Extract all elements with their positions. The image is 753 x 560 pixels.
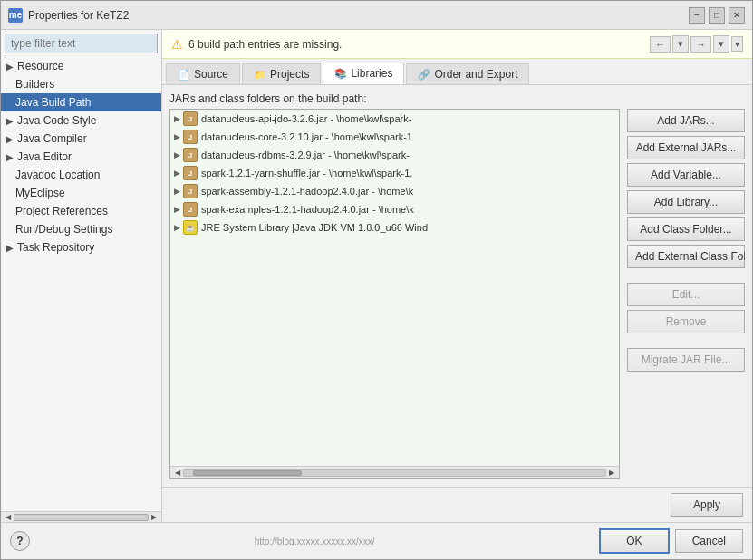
lib-hscrollbar: ◀ ▶ [170,466,619,478]
apply-bar: Apply [162,487,752,522]
add-external-jars-button[interactable]: Add External JARs... [627,136,745,159]
add-library-button[interactable]: Add Library... [627,190,745,214]
hscroll-right-icon[interactable]: ▶ [606,468,617,478]
warning-bar: ⚠ 6 build path entries are missing. ← ▾ … [162,30,752,59]
tab-source[interactable]: 📄 Source [166,63,240,84]
minimize-button[interactable]: − [689,7,705,24]
tab-projects[interactable]: 📁 Projects [242,63,321,84]
sidebar-item-label: MyEclipse [15,187,65,199]
nav-back-dropdown[interactable]: ▾ [672,35,689,53]
jar-icon: J [183,202,198,217]
list-item[interactable]: ▶ J spark-examples-1.2.1-hadoop2.4.0.jar… [170,200,619,218]
nav-menu-button[interactable]: ▾ [731,36,743,52]
projects-tab-icon: 📁 [254,69,266,81]
sidebar-item-java-build-path[interactable]: Java Build Path [1,93,161,111]
nav-back-button[interactable]: ← [650,36,671,53]
sidebar-item-label: Project References [15,205,108,217]
close-button[interactable]: ✕ [729,7,745,24]
lib-list-container: ▶ J datanucleus-api-jdo-3.2.6.jar - \hom… [169,109,620,479]
edit-button[interactable]: Edit... [627,283,745,306]
sidebar-item-builders[interactable]: Builders [1,75,161,93]
arrow-icon: ▶ [6,134,14,144]
tab-libraries-label: Libraries [351,67,392,80]
sidebar-list: ▶ Resource Builders Java Build Path ▶ Ja… [1,57,161,511]
nav-forward-dropdown[interactable]: ▾ [713,35,729,53]
lib-expand-icon: ▶ [174,114,180,123]
sidebar-item-javadoc-location[interactable]: Javadoc Location [1,166,161,184]
list-item[interactable]: ▶ J datanucleus-core-3.2.10.jar - \home\… [170,128,619,146]
jar-icon: J [183,166,198,180]
jar-icon: J [183,184,198,198]
hscroll-thumb[interactable] [193,470,302,476]
lib-expand-icon: ▶ [174,205,180,214]
list-item[interactable]: ▶ J datanucleus-rdbms-3.2.9.jar - \home\… [170,146,619,164]
sidebar-item-task-repository[interactable]: ▶ Task Repository [1,238,161,256]
sidebar-item-label: Java Build Path [15,96,91,109]
migrate-jar-button[interactable]: Migrate JAR File... [627,348,745,372]
cancel-button[interactable]: Cancel [675,529,743,553]
sidebar: ▶ Resource Builders Java Build Path ▶ Ja… [1,30,162,522]
sidebar-hscroll-track[interactable] [14,514,149,521]
jar-icon: J [183,111,198,126]
warning-icon: ⚠ [171,37,183,52]
libraries-tab-icon: 📚 [334,68,347,80]
arrow-icon: ▶ [6,152,14,162]
order-export-tab-icon: 🔗 [418,69,430,81]
nav-arrows: ← ▾ → ▾ ▾ [650,35,743,53]
sidebar-item-resource[interactable]: ▶ Resource [1,57,161,75]
lib-expand-icon: ▶ [174,187,180,196]
sidebar-item-run-debug[interactable]: Run/Debug Settings [1,220,161,238]
maximize-button[interactable]: □ [709,7,725,24]
filter-input[interactable] [5,34,158,53]
sidebar-item-java-editor[interactable]: ▶ Java Editor [1,148,161,166]
sidebar-item-label: Builders [15,78,54,91]
sidebar-item-label: Java Code Style [17,114,96,127]
add-external-class-folder-button[interactable]: Add External Class Folder... [627,245,745,268]
buttons-column: Add JARs... Add External JARs... Add Var… [627,109,745,479]
lib-expand-icon: ▶ [174,169,180,178]
button-spacer [627,272,745,279]
add-variable-button[interactable]: Add Variable... [627,163,745,187]
tabs-bar: 📄 Source 📁 Projects 📚 Libraries 🔗 Order … [162,59,752,85]
list-item[interactable]: ▶ ☕ JRE System Library [Java JDK VM 1.8.… [170,218,619,237]
list-item[interactable]: ▶ J datanucleus-api-jdo-3.2.6.jar - \hom… [170,110,619,128]
tab-projects-label: Projects [270,68,309,81]
nav-forward-button[interactable]: → [690,36,711,53]
source-tab-icon: 📄 [178,69,190,81]
sidebar-item-java-compiler[interactable]: ▶ Java Compiler [1,130,161,148]
list-item[interactable]: ▶ J spark-1.2.1-yarn-shuffle.jar - \home… [170,164,619,182]
titlebar-controls: − □ ✕ [689,7,745,24]
tab-order-export[interactable]: 🔗 Order and Export [406,63,529,84]
sidebar-item-label: Java Editor [17,150,72,163]
jar-icon: J [183,148,198,162]
scroll-right-icon[interactable]: ▶ [149,512,159,523]
lib-item-text: spark-examples-1.2.1-hadoop2.4.0.jar - \… [201,204,414,215]
sidebar-item-label: Run/Debug Settings [15,223,112,236]
scroll-left-icon[interactable]: ◀ [3,512,14,523]
help-button[interactable]: ? [10,531,30,551]
footer-url: http://blog.xxxxx.xxxxx.xx/xxx/ [255,536,375,546]
libraries-area: ▶ J datanucleus-api-jdo-3.2.6.jar - \hom… [169,109,745,479]
tab-order-export-label: Order and Export [434,68,517,81]
window-icon: me [8,8,23,23]
sidebar-item-myeclipse[interactable]: MyEclipse [1,184,161,202]
hscroll-track[interactable] [183,469,606,477]
hscroll-left-icon[interactable]: ◀ [172,468,183,478]
window-title: Properties for KeTZ2 [28,9,689,22]
jar-icon: J [183,130,198,144]
sidebar-item-java-code-style[interactable]: ▶ Java Code Style [1,111,161,130]
tab-libraries[interactable]: 📚 Libraries [323,63,404,84]
add-jars-button[interactable]: Add JARs... [627,109,745,132]
properties-window: me Properties for KeTZ2 − □ ✕ ▶ Resource… [0,0,753,560]
remove-button[interactable]: Remove [627,310,745,333]
list-item[interactable]: ▶ J spark-assembly-1.2.1-hadoop2.4.0.jar… [170,182,619,200]
ok-button[interactable]: OK [599,528,669,554]
arrow-icon: ▶ [6,62,14,72]
lib-expand-icon: ▶ [174,223,180,232]
apply-button[interactable]: Apply [671,493,743,517]
arrow-icon: ▶ [6,116,14,126]
lib-item-text: datanucleus-rdbms-3.2.9.jar - \home\kwl\… [201,150,410,160]
lib-list: ▶ J datanucleus-api-jdo-3.2.6.jar - \hom… [170,110,619,466]
add-class-folder-button[interactable]: Add Class Folder... [627,217,745,241]
sidebar-item-project-references[interactable]: Project References [1,202,161,220]
